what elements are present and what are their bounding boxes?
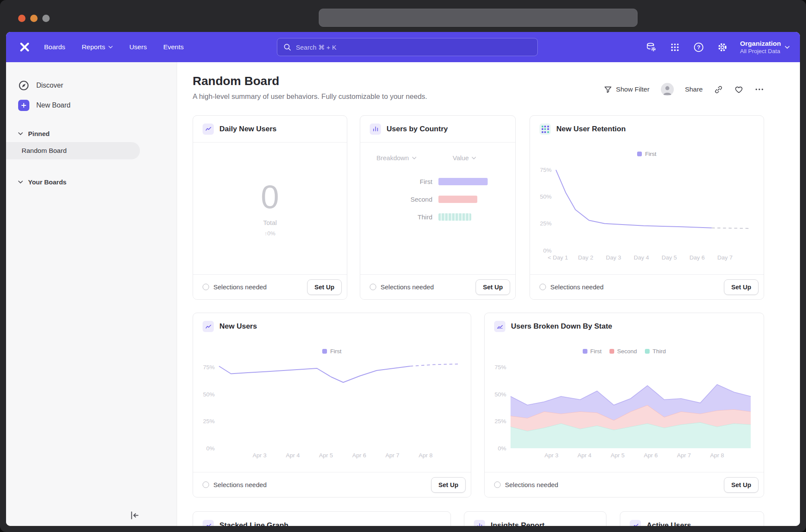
avatar[interactable]	[661, 83, 674, 96]
page-subtitle: A high-level summary of user behaviors. …	[193, 92, 427, 101]
section-label: Pinned	[28, 130, 50, 137]
apps-grid-icon[interactable]	[669, 41, 681, 53]
board-actions: Show Filter Share	[604, 83, 764, 96]
search-input[interactable]	[296, 44, 531, 51]
chevron-down-icon	[785, 46, 790, 49]
svg-text:< Day 1: < Day 1	[548, 254, 568, 261]
close-window-button[interactable]	[18, 15, 25, 22]
card-header: Daily New Users	[193, 116, 347, 142]
nav-item-reports[interactable]: Reports	[82, 43, 113, 51]
svg-text:75%: 75%	[540, 167, 552, 173]
org-name: Organization	[740, 39, 781, 48]
main-content: Random Board A high-level summary of use…	[177, 62, 800, 526]
legend-label: Third	[653, 348, 666, 355]
maximize-window-button[interactable]	[42, 15, 50, 22]
share-label: Share	[685, 86, 703, 93]
setup-button[interactable]: Set Up	[431, 477, 466, 493]
breakdown-dropdown[interactable]: Breakdown	[360, 154, 432, 162]
card-users-by-country: Users by Country Breakdown Value FirstSe	[360, 115, 516, 300]
traffic-lights	[18, 15, 50, 22]
chart-body: First 75%50%25%0%< Day 1Day 2Day 3Day 4D…	[530, 143, 764, 274]
setup-button[interactable]: Set Up	[307, 279, 342, 295]
nav-right-cluster: ? Organization All Project Data	[645, 32, 790, 62]
line-chart-icon	[203, 520, 214, 526]
breakdown-body: Breakdown Value FirstSecondThird	[360, 143, 515, 274]
org-switcher[interactable]: Organization All Project Data	[740, 39, 790, 55]
legend-label: First	[330, 348, 341, 355]
chart-legend: First	[530, 143, 764, 162]
url-bar[interactable]	[319, 9, 638, 27]
breakdown-dropdown-label: Breakdown	[376, 154, 409, 162]
svg-text:Apr 3: Apr 3	[544, 452, 558, 459]
chevron-down-icon	[472, 157, 476, 159]
card-title: Users Broken Down By State	[511, 322, 612, 331]
svg-text:?: ?	[697, 44, 700, 51]
svg-text:Apr 7: Apr 7	[677, 452, 691, 459]
browser-window: Boards Reports Users Events	[0, 0, 806, 532]
line-chart-icon	[203, 124, 214, 135]
plus-icon	[18, 100, 29, 111]
nav-item-boards[interactable]: Boards	[44, 43, 65, 51]
svg-text:Apr 6: Apr 6	[352, 452, 366, 459]
legend-item-first[interactable]: First	[322, 348, 341, 355]
selections-status: Selections needed	[381, 283, 434, 291]
legend-item-third[interactable]: Third	[645, 348, 666, 355]
collapse-sidebar-button[interactable]	[128, 509, 141, 522]
sidebar-item-new-board[interactable]: New Board	[6, 95, 177, 115]
metric-caption: Total	[263, 219, 277, 226]
card-stacked-line-graph: Stacked Line Graph	[193, 511, 451, 526]
card-title: Daily New Users	[219, 125, 276, 133]
card-header: New User Retention	[530, 116, 764, 142]
legend-label: Second	[617, 348, 637, 355]
legend-item-first[interactable]: First	[583, 348, 602, 355]
card-users-by-state: Users Broken Down By State FirstSecondTh…	[484, 313, 764, 497]
value-bar	[438, 178, 488, 185]
card-title: New User Retention	[556, 125, 626, 133]
minimize-window-button[interactable]	[30, 15, 38, 22]
card-active-users: Active Users	[620, 511, 764, 526]
sidebar-item-discover[interactable]: Discover	[6, 76, 177, 95]
svg-text:Apr 5: Apr 5	[319, 452, 333, 459]
favorite-button[interactable]	[734, 85, 743, 94]
svg-text:Apr 8: Apr 8	[710, 452, 724, 459]
setup-button[interactable]: Set Up	[724, 477, 758, 493]
status-circle-icon	[494, 481, 501, 488]
more-options-button[interactable]	[755, 85, 764, 94]
svg-text:25%: 25%	[495, 418, 506, 424]
nav-item-label: Users	[129, 43, 146, 51]
settings-gear-icon[interactable]	[716, 41, 728, 53]
value-dropdown[interactable]: Value	[453, 154, 476, 162]
copy-link-button[interactable]	[714, 85, 723, 94]
card-title: Stacked Line Graph	[219, 521, 289, 526]
heart-icon	[734, 85, 743, 94]
sidebar-item-random-board[interactable]: Random Board	[6, 142, 140, 159]
breakdown-row-third: Third	[360, 213, 515, 221]
data-settings-icon[interactable]	[645, 41, 657, 53]
retention-grid-icon	[539, 124, 551, 135]
nav-item-events[interactable]: Events	[163, 43, 184, 51]
svg-text:25%: 25%	[540, 220, 552, 227]
legend-label: First	[590, 348, 602, 355]
show-filter-label: Show Filter	[616, 86, 650, 93]
mixpanel-logo-icon[interactable]	[19, 41, 30, 53]
svg-text:Day 2: Day 2	[578, 254, 593, 261]
setup-button[interactable]: Set Up	[724, 279, 758, 295]
card-title: Users by Country	[387, 125, 448, 133]
nav-item-users[interactable]: Users	[129, 43, 146, 51]
sidebar-section-your-boards[interactable]: Your Boards	[6, 173, 177, 190]
card-header: Users by Country	[360, 116, 515, 142]
help-icon[interactable]: ?	[692, 41, 704, 53]
selections-status: Selections needed	[505, 481, 558, 488]
legend-item-first[interactable]: First	[637, 151, 656, 157]
share-button[interactable]: Share	[685, 86, 703, 93]
legend-swatch-icon	[645, 349, 650, 354]
svg-text:0%: 0%	[206, 445, 215, 452]
setup-button[interactable]: Set Up	[476, 279, 510, 295]
show-filter-button[interactable]: Show Filter	[604, 86, 650, 94]
svg-text:50%: 50%	[540, 193, 552, 200]
legend-item-second[interactable]: Second	[609, 348, 637, 355]
search-icon	[283, 43, 291, 51]
nav-item-label: Boards	[44, 43, 65, 51]
sidebar-section-pinned[interactable]: Pinned	[6, 125, 177, 142]
card-title: Active Users	[647, 521, 691, 526]
